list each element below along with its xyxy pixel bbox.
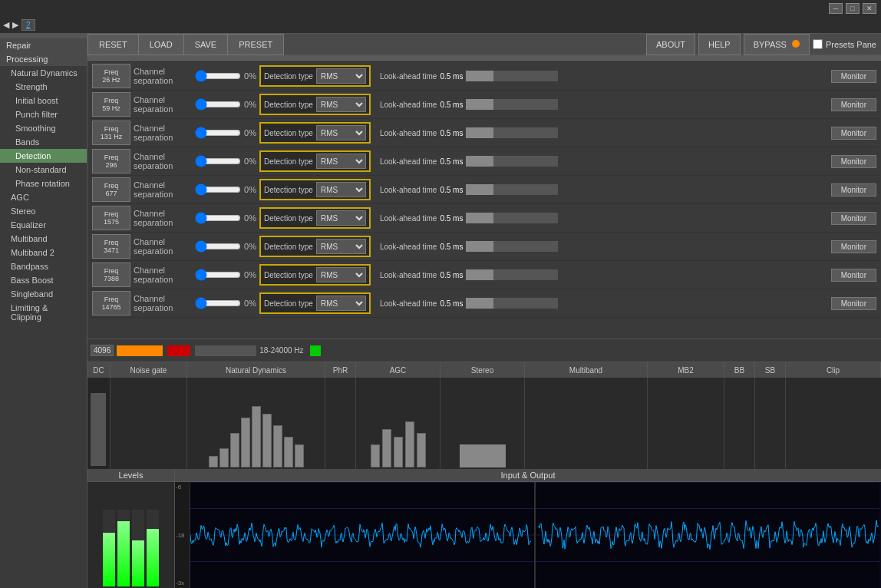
nav-next[interactable]: ▶ bbox=[12, 20, 18, 30]
detection-type-select-4[interactable]: RMSPeak bbox=[316, 182, 366, 197]
agc-meter-label: AGC bbox=[356, 362, 440, 378]
freq-btn-2[interactable]: Freq131 Hz bbox=[92, 121, 130, 145]
bands-scroll-area[interactable]: Freq26 HzChannel separation 0%Detection … bbox=[87, 61, 881, 339]
monitor-btn-0[interactable]: Monitor bbox=[831, 70, 876, 83]
band-row-3: Freq296Channel separation 0%Detection ty… bbox=[89, 147, 879, 176]
nav-item-2[interactable]: 2 bbox=[21, 19, 35, 31]
dc-label: DC bbox=[87, 362, 111, 378]
sidebar-item-agc[interactable]: AGC bbox=[0, 190, 87, 204]
freq-range-bar2 bbox=[167, 345, 190, 356]
detection-group-2: Detection type RMSPeak bbox=[259, 122, 371, 144]
monitor-btn-2[interactable]: Monitor bbox=[831, 127, 876, 140]
freq-btn-3[interactable]: Freq296 bbox=[92, 149, 130, 173]
presets-pane-toggle[interactable]: Presets Pane bbox=[813, 39, 876, 49]
load-button[interactable]: LOAD bbox=[138, 34, 183, 55]
sidebar-item-initial-boost[interactable]: Initial boost bbox=[0, 94, 87, 107]
freq-btn-1[interactable]: Freq59 Hz bbox=[92, 92, 130, 117]
levels-output: Levels Input & Output -6 -18 -3x bbox=[87, 469, 881, 588]
scale-bar: -6 -18 -3x bbox=[175, 482, 190, 588]
monitor-btn-1[interactable]: Monitor bbox=[831, 98, 876, 111]
restore-button[interactable]: □ bbox=[846, 3, 860, 14]
sidebar-item-multiband[interactable]: Multiband bbox=[0, 232, 87, 246]
sidebar-item-phase-rotation[interactable]: Phase rotation bbox=[0, 177, 87, 190]
monitor-btn-3[interactable]: Monitor bbox=[831, 155, 876, 168]
lookahead-bar-4 bbox=[466, 184, 558, 195]
bottom-controls: 4096 18-24000 Hz bbox=[87, 339, 881, 362]
level-bar-container-1 bbox=[117, 510, 130, 586]
freq-btn-6[interactable]: Freq3471 bbox=[92, 234, 130, 259]
channel-sep-0: Channel separation 0% bbox=[134, 67, 256, 85]
reset-button[interactable]: RESET bbox=[87, 34, 138, 55]
toolbar: RESET LOAD SAVE PRESET ABOUT HELP BYPASS… bbox=[87, 34, 881, 55]
channel-sep-slider-1[interactable] bbox=[195, 98, 241, 111]
freq-btn-7[interactable]: Freq7388 bbox=[92, 263, 130, 287]
channel-sep-slider-4[interactable] bbox=[195, 183, 241, 196]
sidebar-item-bandpass[interactable]: Bandpass bbox=[0, 259, 87, 273]
channel-sep-slider-8[interactable] bbox=[195, 297, 241, 309]
level-bar-container-3 bbox=[147, 510, 159, 586]
sidebar-item-singleband[interactable]: Singleband bbox=[0, 287, 87, 301]
channel-sep-slider-6[interactable] bbox=[195, 240, 241, 253]
detection-type-select-5[interactable]: RMSPeak bbox=[316, 210, 366, 226]
channel-sep-slider-3[interactable] bbox=[195, 155, 241, 167]
sidebar-item-strength[interactable]: Strength bbox=[0, 80, 87, 94]
nav-prev[interactable]: ◀ bbox=[3, 20, 9, 30]
detection-type-select-3[interactable]: RMSPeak bbox=[316, 154, 366, 169]
minimize-button[interactable]: ─ bbox=[829, 3, 843, 14]
sidebar-item-bands[interactable]: Bands bbox=[0, 135, 87, 149]
level-bar-2 bbox=[132, 540, 144, 586]
detection-group-0: Detection type RMSPeak bbox=[259, 65, 371, 87]
detection-type-select-8[interactable]: RMSPeak bbox=[316, 296, 366, 311]
monitor-btn-5[interactable]: Monitor bbox=[831, 212, 876, 225]
sidebar-item-natural-dynamics[interactable]: Natural Dynamics bbox=[0, 66, 87, 80]
lookahead-group-6: Look-ahead time 0.5 ms bbox=[380, 241, 559, 252]
preset-button[interactable]: PRESET bbox=[227, 34, 284, 55]
about-button[interactable]: ABOUT bbox=[646, 34, 695, 55]
sidebar-item-stereo[interactable]: Stereo bbox=[0, 204, 87, 218]
bypass-button[interactable]: BYPASS bbox=[744, 34, 810, 55]
sidebar-item-smoothing[interactable]: Smoothing bbox=[0, 121, 87, 135]
meters-section: DC Noise gate Natural Dynamics PhR AGC S… bbox=[87, 362, 881, 469]
monitor-btn-4[interactable]: Monitor bbox=[831, 183, 876, 197]
lookahead-bar-6 bbox=[466, 241, 558, 252]
sidebar-item-non-standard[interactable]: Non-standard bbox=[0, 163, 87, 177]
freq-btn-5[interactable]: Freq1575 bbox=[92, 206, 130, 230]
presets-pane-checkbox[interactable] bbox=[813, 39, 823, 49]
nat-dyn-bar-3 bbox=[241, 418, 250, 467]
channel-sep-slider-0[interactable] bbox=[195, 70, 241, 82]
stereo-section bbox=[440, 378, 525, 469]
level-bar-0 bbox=[103, 533, 115, 586]
sidebar-item-processing[interactable]: Processing bbox=[0, 52, 87, 66]
sidebar-item-equalizer[interactable]: Equalizer bbox=[0, 218, 87, 232]
lookahead-group-0: Look-ahead time 0.5 ms bbox=[380, 71, 559, 81]
freq-btn-4[interactable]: Freq677 bbox=[92, 177, 130, 202]
sidebar-item-bass-boost[interactable]: Bass Boost bbox=[0, 273, 87, 287]
sidebar-item-limiting[interactable]: Limiting & Clipping bbox=[0, 301, 87, 324]
sidebar-item-detection[interactable]: Detection bbox=[0, 149, 87, 163]
sidebar-item-multiband2[interactable]: Multiband 2 bbox=[0, 246, 87, 259]
help-button[interactable]: HELP bbox=[698, 34, 741, 55]
freq-btn-0[interactable]: Freq26 Hz bbox=[92, 64, 130, 88]
sidebar-item-punch-filter[interactable]: Punch filter bbox=[0, 107, 87, 121]
band-row-1: Freq59 HzChannel separation 0%Detection … bbox=[89, 91, 879, 119]
monitor-btn-7[interactable]: Monitor bbox=[831, 269, 876, 282]
channel-sep-slider-7[interactable] bbox=[195, 269, 241, 281]
freq-btn-8[interactable]: Freq14765 bbox=[92, 291, 130, 315]
title-bar: ─ □ ✕ bbox=[0, 0, 881, 17]
detection-type-select-2[interactable]: RMSPeak bbox=[316, 125, 366, 140]
sidebar-item-repair[interactable]: Repair bbox=[0, 38, 87, 52]
detection-type-select-1[interactable]: RMSPeak bbox=[316, 97, 366, 112]
nat-dyn-label: Natural Dynamics bbox=[187, 362, 325, 378]
lookahead-bar-1 bbox=[466, 99, 558, 110]
channel-sep-1: Channel separation 0% bbox=[134, 95, 256, 114]
detection-group-4: Detection type RMSPeak bbox=[259, 179, 371, 200]
monitor-btn-8[interactable]: Monitor bbox=[831, 297, 876, 310]
channel-sep-slider-5[interactable] bbox=[195, 212, 241, 224]
channel-sep-slider-2[interactable] bbox=[195, 127, 241, 139]
detection-type-select-6[interactable]: RMSPeak bbox=[316, 239, 366, 254]
detection-type-select-0[interactable]: RMSPeak bbox=[316, 68, 366, 84]
close-button[interactable]: ✕ bbox=[863, 3, 876, 14]
monitor-btn-6[interactable]: Monitor bbox=[831, 240, 876, 253]
detection-type-select-7[interactable]: RMSPeak bbox=[316, 267, 366, 282]
save-button[interactable]: SAVE bbox=[183, 34, 228, 55]
